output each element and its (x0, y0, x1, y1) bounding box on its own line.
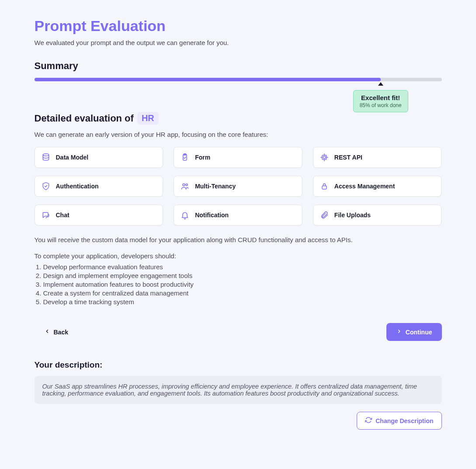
page-title: Prompt Evaluation (35, 17, 442, 35)
detail-para-2: To complete your application, developers… (35, 252, 442, 260)
feature-card[interactable]: Access Management (313, 176, 442, 197)
continue-button[interactable]: Continue (386, 323, 442, 341)
feature-card[interactable]: File Uploads (313, 205, 442, 226)
chevron-left-icon (44, 328, 50, 336)
refresh-icon (365, 417, 372, 425)
step-item: Develop a time tracking system (43, 298, 442, 306)
database-icon (41, 153, 51, 162)
lock-icon (320, 181, 329, 191)
detail-intro: We can generate an early version of your… (35, 131, 442, 138)
bell-icon (180, 210, 190, 220)
detail-heading-prefix: Detailed evaluation of (35, 113, 134, 124)
feature-card[interactable]: Form (174, 147, 302, 168)
back-button[interactable]: Back (35, 323, 78, 341)
feature-card[interactable]: Chat (35, 205, 163, 226)
chat-icon (41, 210, 51, 220)
fit-badge-sub: 85% of work done (360, 102, 402, 108)
feature-card[interactable]: Multi-Tenancy (174, 176, 302, 197)
feature-grid: Data ModelFormREST APIAuthenticationMult… (35, 147, 442, 226)
svg-point-0 (43, 154, 49, 156)
detail-para-1: You will receive the custom data model f… (35, 236, 442, 243)
change-description-button[interactable]: Change Description (357, 412, 441, 430)
description-heading: Your description: (35, 360, 442, 370)
feature-label: File Uploads (334, 212, 371, 219)
progress-marker-icon (378, 82, 383, 86)
detail-heading: Detailed evaluation of HR (35, 112, 442, 125)
step-item: Create a system for centralized data man… (43, 289, 442, 297)
chevron-right-icon (396, 328, 402, 336)
domain-chip: HR (137, 112, 159, 125)
back-button-label: Back (54, 329, 68, 336)
steps-list: Develop performance evaluation featuresD… (35, 263, 442, 306)
continue-button-label: Continue (406, 329, 432, 336)
step-item: Design and implement employee engagement… (43, 272, 442, 279)
svg-rect-11 (322, 186, 327, 189)
feature-label: Data Model (56, 154, 89, 161)
feature-label: REST API (334, 154, 362, 161)
description-text: Our SaaS app streamlines HR processes, i… (35, 376, 442, 404)
svg-rect-4 (323, 156, 325, 159)
svg-point-9 (183, 184, 185, 186)
feature-label: Multi-Tenancy (195, 183, 236, 190)
shield-icon (41, 181, 51, 191)
feature-label: Form (195, 154, 210, 161)
fit-badge: Excellent fit! 85% of work done (353, 90, 408, 112)
change-description-label: Change Description (375, 417, 433, 424)
feature-label: Authentication (56, 183, 99, 190)
feature-label: Chat (56, 212, 69, 219)
feature-card[interactable]: REST API (313, 147, 442, 168)
feature-label: Notification (195, 212, 229, 219)
page-subtitle: We evaluated your prompt and the output … (35, 39, 442, 46)
feature-card[interactable]: Data Model (35, 147, 163, 168)
paperclip-icon (320, 210, 329, 220)
feature-label: Access Management (334, 183, 395, 190)
feature-card[interactable]: Notification (174, 205, 302, 226)
summary-heading: Summary (35, 60, 442, 72)
feature-card[interactable]: Authentication (35, 176, 163, 197)
step-item: Implement automation features to boost p… (43, 281, 442, 288)
step-item: Develop performance evaluation features (43, 263, 442, 271)
cpu-icon (320, 153, 329, 162)
users-icon (180, 181, 190, 191)
fit-badge-title: Excellent fit! (360, 94, 402, 101)
clipboard-icon (180, 153, 190, 162)
svg-point-10 (186, 184, 188, 186)
progress-bar: Excellent fit! 85% of work done (35, 78, 442, 81)
svg-rect-3 (322, 155, 327, 160)
